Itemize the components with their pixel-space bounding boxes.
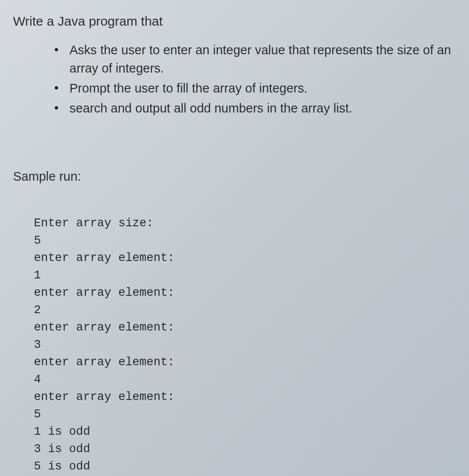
sample-line: enter array element:	[34, 356, 175, 369]
sample-run-heading: Sample run:	[13, 169, 456, 184]
sample-run-output: Enter array size: 5 enter array element:…	[13, 215, 456, 475]
list-item: Prompt the user to fill the array of int…	[54, 79, 456, 97]
sample-line: 3	[34, 338, 41, 351]
list-item: Asks the user to enter an integer value …	[54, 41, 456, 77]
sample-line: enter array element:	[34, 286, 175, 299]
sample-line: enter array element:	[34, 321, 175, 334]
page-heading: Write a Java program that	[13, 14, 456, 29]
sample-line: 2	[34, 304, 41, 317]
sample-line: enter array element:	[34, 251, 175, 264]
sample-line: 5	[34, 234, 41, 247]
sample-line: 5 is odd	[34, 460, 90, 473]
sample-line: Enter array size:	[34, 217, 153, 230]
sample-line: 3 is odd	[34, 443, 90, 456]
sample-line: 4	[34, 373, 41, 386]
sample-line: 5	[34, 408, 41, 421]
requirement-list: Asks the user to enter an integer value …	[13, 41, 456, 117]
sample-line: 1 is odd	[34, 425, 90, 438]
sample-line: enter array element:	[34, 390, 175, 403]
sample-line: 1	[34, 269, 41, 282]
list-item: search and output all odd numbers in the…	[54, 99, 456, 117]
